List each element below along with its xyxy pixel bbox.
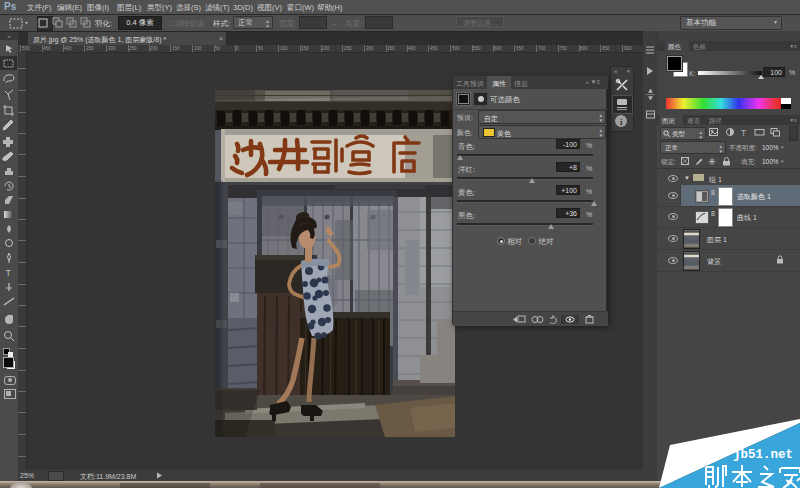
svg-text:T: T bbox=[741, 128, 746, 137]
svg-text:T: T bbox=[6, 268, 12, 278]
svg-text:jb51.net: jb51.net bbox=[733, 448, 793, 462]
